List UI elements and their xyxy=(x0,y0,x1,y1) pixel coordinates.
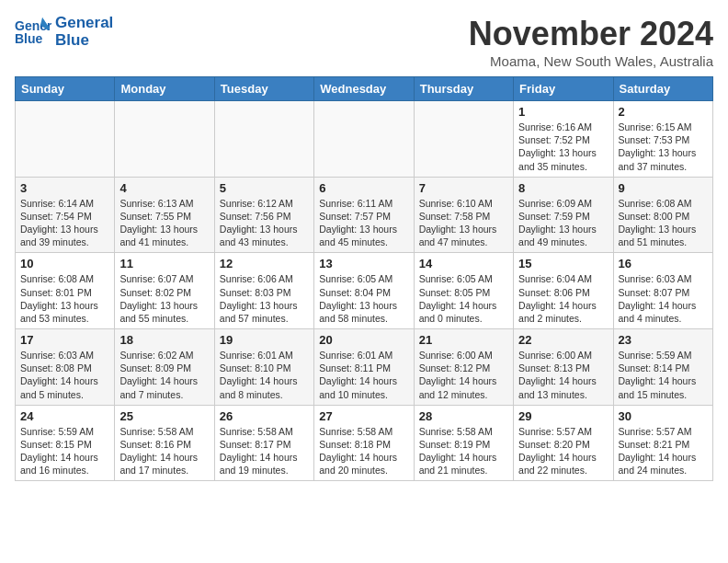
day-number: 3 xyxy=(20,181,109,195)
calendar-cell: 23Sunrise: 5:59 AM Sunset: 8:14 PM Dayli… xyxy=(613,329,712,406)
weekday-header-friday: Friday xyxy=(514,77,613,101)
calendar-cell: 3Sunrise: 6:14 AM Sunset: 7:54 PM Daylig… xyxy=(16,177,115,253)
calendar-cell: 7Sunrise: 6:10 AM Sunset: 7:58 PM Daylig… xyxy=(414,177,513,253)
cell-info: Sunrise: 6:14 AM Sunset: 7:54 PM Dayligh… xyxy=(20,197,109,249)
cell-info: Sunrise: 6:05 AM Sunset: 8:04 PM Dayligh… xyxy=(319,272,408,325)
day-number: 7 xyxy=(419,181,508,195)
calendar-cell: 24Sunrise: 5:59 AM Sunset: 8:15 PM Dayli… xyxy=(16,405,115,481)
cell-info: Sunrise: 5:58 AM Sunset: 8:19 PM Dayligh… xyxy=(419,425,508,477)
cell-info: Sunrise: 5:59 AM Sunset: 8:15 PM Dayligh… xyxy=(20,425,109,477)
cell-info: Sunrise: 6:00 AM Sunset: 8:12 PM Dayligh… xyxy=(419,349,508,401)
cell-info: Sunrise: 6:13 AM Sunset: 7:55 PM Dayligh… xyxy=(119,197,209,249)
calendar-cell: 25Sunrise: 5:58 AM Sunset: 8:16 PM Dayli… xyxy=(115,405,214,481)
day-number: 5 xyxy=(220,181,309,195)
cell-info: Sunrise: 5:58 AM Sunset: 8:16 PM Dayligh… xyxy=(119,425,209,477)
cell-info: Sunrise: 5:58 AM Sunset: 8:17 PM Dayligh… xyxy=(220,425,309,477)
calendar-cell: 26Sunrise: 5:58 AM Sunset: 8:17 PM Dayli… xyxy=(214,405,313,481)
week-row-4: 17Sunrise: 6:03 AM Sunset: 8:08 PM Dayli… xyxy=(16,329,713,406)
day-number: 16 xyxy=(619,257,708,270)
weekday-header-sunday: Sunday xyxy=(16,77,115,101)
day-number: 8 xyxy=(518,181,608,195)
calendar-cell: 12Sunrise: 6:06 AM Sunset: 8:03 PM Dayli… xyxy=(214,253,313,329)
calendar-cell: 29Sunrise: 5:57 AM Sunset: 8:20 PM Dayli… xyxy=(514,405,613,481)
calendar-cell: 18Sunrise: 6:02 AM Sunset: 8:09 PM Dayli… xyxy=(115,329,214,406)
logo-general: General xyxy=(55,15,113,32)
cell-info: Sunrise: 6:06 AM Sunset: 8:03 PM Dayligh… xyxy=(220,272,309,325)
calendar-cell: 5Sunrise: 6:12 AM Sunset: 7:56 PM Daylig… xyxy=(214,177,313,253)
cell-info: Sunrise: 6:15 AM Sunset: 7:53 PM Dayligh… xyxy=(619,121,708,173)
week-row-1: 1Sunrise: 6:16 AM Sunset: 7:52 PM Daylig… xyxy=(16,101,713,178)
logo-text-area: General Blue xyxy=(55,15,113,49)
calendar-cell: 1Sunrise: 6:16 AM Sunset: 7:52 PM Daylig… xyxy=(514,101,613,178)
day-number: 15 xyxy=(518,257,608,270)
day-number: 27 xyxy=(319,409,408,423)
logo-icon: General Blue xyxy=(15,16,51,49)
weekday-header-row: SundayMondayTuesdayWednesdayThursdayFrid… xyxy=(16,77,713,101)
day-number: 13 xyxy=(319,257,408,270)
cell-info: Sunrise: 5:59 AM Sunset: 8:14 PM Dayligh… xyxy=(619,349,708,401)
day-number: 28 xyxy=(419,409,508,423)
svg-text:Blue: Blue xyxy=(15,31,43,46)
day-number: 12 xyxy=(220,257,309,270)
logo-blue: Blue xyxy=(55,32,113,50)
cell-info: Sunrise: 5:58 AM Sunset: 8:18 PM Dayligh… xyxy=(319,425,408,477)
day-number: 1 xyxy=(518,105,608,119)
cell-info: Sunrise: 6:07 AM Sunset: 8:02 PM Dayligh… xyxy=(119,272,209,325)
calendar-cell: 30Sunrise: 5:57 AM Sunset: 8:21 PM Dayli… xyxy=(613,405,712,481)
calendar-table: SundayMondayTuesdayWednesdayThursdayFrid… xyxy=(15,76,713,481)
cell-info: Sunrise: 6:02 AM Sunset: 8:09 PM Dayligh… xyxy=(119,349,209,401)
calendar-cell: 17Sunrise: 6:03 AM Sunset: 8:08 PM Dayli… xyxy=(16,329,115,406)
day-number: 24 xyxy=(20,409,109,423)
day-number: 14 xyxy=(419,257,508,270)
day-number: 21 xyxy=(419,333,508,347)
weekday-header-monday: Monday xyxy=(115,77,214,101)
calendar-cell: 2Sunrise: 6:15 AM Sunset: 7:53 PM Daylig… xyxy=(613,101,712,178)
day-number: 6 xyxy=(319,181,408,195)
calendar-cell: 10Sunrise: 6:08 AM Sunset: 8:01 PM Dayli… xyxy=(16,253,115,329)
weekday-header-tuesday: Tuesday xyxy=(214,77,313,101)
calendar-cell: 15Sunrise: 6:04 AM Sunset: 8:06 PM Dayli… xyxy=(514,253,613,329)
header: General Blue General Blue November 2024 … xyxy=(15,15,713,69)
calendar-cell: 13Sunrise: 6:05 AM Sunset: 8:04 PM Dayli… xyxy=(314,253,414,329)
calendar-cell xyxy=(314,101,414,178)
calendar-cell: 21Sunrise: 6:00 AM Sunset: 8:12 PM Dayli… xyxy=(414,329,513,406)
cell-info: Sunrise: 6:12 AM Sunset: 7:56 PM Dayligh… xyxy=(220,197,309,249)
calendar-cell: 19Sunrise: 6:01 AM Sunset: 8:10 PM Dayli… xyxy=(214,329,313,406)
calendar-cell: 4Sunrise: 6:13 AM Sunset: 7:55 PM Daylig… xyxy=(115,177,214,253)
calendar-cell xyxy=(414,101,513,178)
day-number: 26 xyxy=(220,409,309,423)
week-row-2: 3Sunrise: 6:14 AM Sunset: 7:54 PM Daylig… xyxy=(16,177,713,253)
calendar-cell: 16Sunrise: 6:03 AM Sunset: 8:07 PM Dayli… xyxy=(613,253,712,329)
calendar-cell: 6Sunrise: 6:11 AM Sunset: 7:57 PM Daylig… xyxy=(314,177,414,253)
day-number: 29 xyxy=(518,409,608,423)
cell-info: Sunrise: 5:57 AM Sunset: 8:20 PM Dayligh… xyxy=(518,425,608,477)
calendar-cell: 20Sunrise: 6:01 AM Sunset: 8:11 PM Dayli… xyxy=(314,329,414,406)
cell-info: Sunrise: 6:03 AM Sunset: 8:07 PM Dayligh… xyxy=(619,272,708,325)
cell-info: Sunrise: 6:01 AM Sunset: 8:11 PM Dayligh… xyxy=(319,349,408,401)
day-number: 17 xyxy=(20,333,109,347)
week-row-5: 24Sunrise: 5:59 AM Sunset: 8:15 PM Dayli… xyxy=(16,405,713,481)
cell-info: Sunrise: 6:08 AM Sunset: 8:00 PM Dayligh… xyxy=(619,197,708,249)
cell-info: Sunrise: 6:05 AM Sunset: 8:05 PM Dayligh… xyxy=(419,272,508,325)
weekday-header-wednesday: Wednesday xyxy=(314,77,414,101)
cell-info: Sunrise: 6:16 AM Sunset: 7:52 PM Dayligh… xyxy=(518,121,608,173)
day-number: 9 xyxy=(619,181,708,195)
day-number: 10 xyxy=(20,257,109,270)
cell-info: Sunrise: 6:00 AM Sunset: 8:13 PM Dayligh… xyxy=(518,349,608,401)
calendar-cell: 8Sunrise: 6:09 AM Sunset: 7:59 PM Daylig… xyxy=(514,177,613,253)
cell-info: Sunrise: 6:08 AM Sunset: 8:01 PM Dayligh… xyxy=(20,272,109,325)
day-number: 22 xyxy=(518,333,608,347)
day-number: 23 xyxy=(619,333,708,347)
cell-info: Sunrise: 6:01 AM Sunset: 8:10 PM Dayligh… xyxy=(220,349,309,401)
cell-info: Sunrise: 6:10 AM Sunset: 7:58 PM Dayligh… xyxy=(419,197,508,249)
day-number: 19 xyxy=(220,333,309,347)
calendar-cell: 22Sunrise: 6:00 AM Sunset: 8:13 PM Dayli… xyxy=(514,329,613,406)
day-number: 11 xyxy=(119,257,209,270)
weekday-header-thursday: Thursday xyxy=(414,77,513,101)
day-number: 25 xyxy=(119,409,209,423)
calendar-cell xyxy=(115,101,214,178)
calendar-cell: 9Sunrise: 6:08 AM Sunset: 8:00 PM Daylig… xyxy=(613,177,712,253)
week-row-3: 10Sunrise: 6:08 AM Sunset: 8:01 PM Dayli… xyxy=(16,253,713,329)
day-number: 20 xyxy=(319,333,408,347)
calendar-cell xyxy=(214,101,313,178)
